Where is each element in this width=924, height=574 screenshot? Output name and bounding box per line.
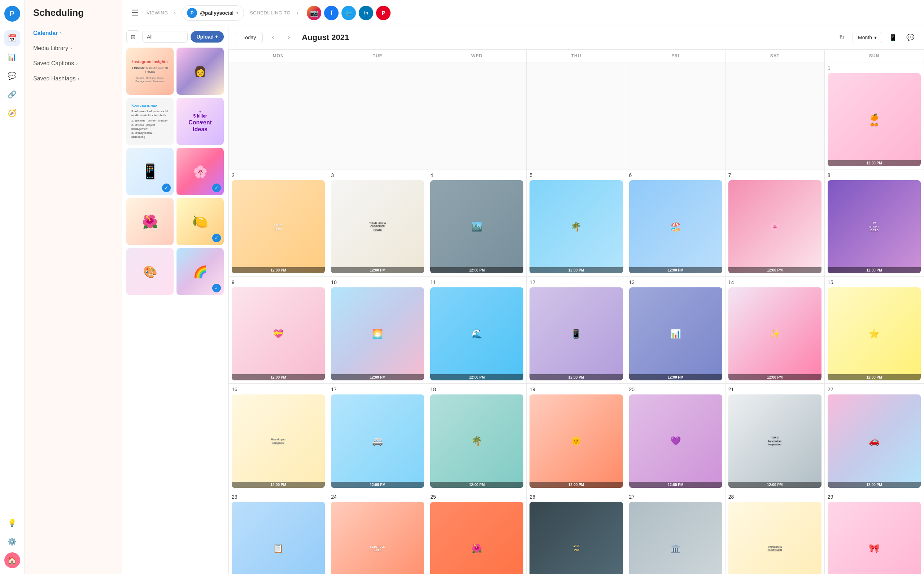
post-card[interactable]: 📱 12:00 PM — [530, 287, 623, 380]
media-item[interactable]: 🌺 — [126, 198, 174, 245]
nav-item-saved-captions[interactable]: Saved Captions › — [25, 56, 122, 71]
instagram-icon[interactable]: 📷 — [307, 6, 321, 20]
media-item[interactable]: Instagram Insights 4 INSIGHTS YOU NEED T… — [126, 47, 174, 95]
post-card[interactable]: How do youcompare? 12:00 PM — [232, 394, 325, 487]
post-card[interactable]: 🌴 12:00 PM — [530, 180, 623, 273]
upload-button[interactable]: Upload + — [191, 31, 224, 43]
cal-cell-aug18[interactable]: 18 🌴 12:00 PM — [427, 384, 527, 491]
twitter-icon[interactable]: 🐦 — [342, 6, 356, 20]
refresh-button[interactable]: ↻ — [835, 31, 848, 44]
cal-cell-jul28[interactable] — [427, 62, 527, 169]
post-card[interactable]: ✨ 12:00 PM — [728, 287, 821, 380]
cal-cell-aug5[interactable]: 5 🌴 12:00 PM — [527, 169, 626, 276]
nav-icon-settings[interactable]: ⚙️ — [4, 534, 20, 549]
cal-cell-aug12[interactable]: 12 📱 12:00 PM — [527, 276, 626, 384]
next-month-button[interactable]: › — [283, 32, 294, 43]
post-card[interactable]: 🎀 12:00 PM — [827, 502, 921, 574]
cal-cell-jul26[interactable] — [229, 62, 328, 169]
cal-cell-aug28[interactable]: 28 Think like aCUSTOMER 12:00 PM — [726, 491, 825, 574]
linkedin-icon[interactable]: in — [359, 6, 373, 20]
post-card[interactable]: 🌴 12:00 PM — [430, 394, 524, 487]
cal-cell-aug21[interactable]: 21 TOP 5for contentinspiration 12:00 PM — [726, 384, 825, 491]
media-item[interactable]: 👩 — [177, 47, 224, 95]
post-card[interactable]: 🚐 12:00 PM — [331, 394, 424, 487]
media-filter-select[interactable]: All Images Videos Stories — [142, 31, 188, 43]
post-card[interactable]: 🍊 🍊🍊 12:00 PM — [827, 73, 921, 166]
prev-month-button[interactable]: ‹ — [267, 32, 278, 43]
nav-icon-lightbulb[interactable]: 💡 — [4, 515, 20, 531]
cal-cell-aug15[interactable]: 15 ⭐ 12:00 PM — [825, 276, 924, 384]
cal-cell-jul29[interactable] — [527, 62, 626, 169]
cal-cell-jul31[interactable] — [726, 62, 825, 169]
post-card[interactable]: 🏙️ 12:00 PM — [430, 180, 524, 273]
cal-cell-aug19[interactable]: 19 🌞 12:00 PM — [527, 384, 626, 491]
post-card[interactable]: 🚗 12:00 PM — [827, 394, 921, 487]
nav-icon-message[interactable]: 💬 — [4, 68, 20, 84]
post-card[interactable]: 🌸 12:00 PM — [728, 180, 821, 273]
cal-cell-aug25[interactable]: 25 🌺 12:00 PM — [427, 491, 527, 574]
post-card[interactable]: 🌺 12:00 PM — [430, 502, 524, 574]
app-logo[interactable]: P — [4, 6, 20, 22]
media-item[interactable]: 🍋 ✓ — [177, 198, 224, 245]
cal-cell-jul27[interactable] — [328, 62, 427, 169]
media-item[interactable]: 📱 ✓ — [126, 148, 174, 195]
facebook-icon[interactable]: f — [324, 6, 339, 20]
post-card[interactable]: 📊 12:00 PM — [629, 287, 722, 380]
device-view-button[interactable]: 📱 — [886, 31, 899, 44]
cal-cell-aug8[interactable]: 8 10STORYIDEAS 12:00 PM — [825, 169, 924, 276]
media-item[interactable]: 🎨 — [126, 248, 174, 295]
media-item[interactable]: 🌈 ✓ — [177, 248, 224, 295]
cal-cell-aug4[interactable]: 4 🏙️ 12:00 PM — [427, 169, 527, 276]
pinterest-icon[interactable]: P — [376, 6, 391, 20]
cal-cell-aug16[interactable]: 16 How do youcompare? 12:00 PM — [229, 384, 328, 491]
cal-cell-aug1[interactable]: 1 🍊 🍊🍊 12:00 PM — [825, 62, 924, 169]
menu-button[interactable]: ☰ — [129, 6, 141, 20]
cal-cell-aug24[interactable]: 24 SLIDEROCKBIBLE 12:00 PM — [328, 491, 427, 574]
post-card[interactable]: 🌊 12:00 PM — [430, 287, 524, 380]
chat-button[interactable]: 💬 — [904, 31, 917, 44]
cal-cell-aug26[interactable]: 26 12:00PM 12:00 PM — [527, 491, 626, 574]
post-card[interactable]: 🌞 12:00 PM — [530, 394, 623, 487]
post-card[interactable]: TOP 5for contentinspiration 12:00 PM — [728, 394, 821, 487]
post-card[interactable]: 🌅 12:00 PM — [331, 287, 424, 380]
cal-cell-jul30[interactable] — [626, 62, 726, 169]
post-card[interactable]: ⭐ 12:00 PM — [827, 287, 921, 380]
cal-cell-aug13[interactable]: 13 📊 12:00 PM — [626, 276, 726, 384]
home-button[interactable]: 🏠 — [4, 552, 20, 568]
account-selector[interactable]: P @pallyysocial ▾ — [182, 5, 244, 20]
nav-item-calendar[interactable]: Calendar › — [25, 25, 122, 41]
post-card[interactable]: SLIDEROCKBIBLE 12:00 PM — [331, 502, 424, 574]
post-card[interactable]: 💜 12:00 PM — [629, 394, 722, 487]
cal-cell-aug6[interactable]: 6 🏖️ 12:00 PM — [626, 169, 726, 276]
grid-view-button[interactable]: ⊞ — [126, 30, 139, 43]
post-card[interactable]: THINK LIKE ACUSTOMERIdeas 12:00 PM — [331, 180, 424, 273]
nav-item-media-library[interactable]: Media Library › — [25, 41, 122, 56]
cal-cell-aug2[interactable]: 2 5 killerIdeas 12:00 PM — [229, 169, 328, 276]
cal-cell-aug9[interactable]: 9 💝 12:00 PM — [229, 276, 328, 384]
cal-cell-aug22[interactable]: 22 🚗 12:00 PM — [825, 384, 924, 491]
cal-cell-aug23[interactable]: 23 📋 12:00 PM — [229, 491, 328, 574]
cal-cell-aug17[interactable]: 17 🚐 12:00 PM — [328, 384, 427, 491]
nav-icon-compass[interactable]: 🧭 — [4, 105, 20, 121]
month-view-selector[interactable]: Month ▾ — [853, 32, 882, 43]
cal-cell-aug27[interactable]: 27 🏛️ 12:00 PM — [626, 491, 726, 574]
cal-cell-aug11[interactable]: 11 🌊 12:00 PM — [427, 276, 527, 384]
nav-icon-link[interactable]: 🔗 — [4, 87, 20, 102]
cal-cell-aug3[interactable]: 3 THINK LIKE ACUSTOMERIdeas 12:00 PM — [328, 169, 427, 276]
media-item[interactable]: ✦ 5 killerCon♥entIdeas — [177, 98, 224, 145]
cal-cell-aug20[interactable]: 20 💜 12:00 PM — [626, 384, 726, 491]
post-card[interactable]: 🏛️ 12:00 PM — [629, 502, 722, 574]
cal-cell-aug29[interactable]: 29 🎀 12:00 PM — [825, 491, 924, 574]
nav-icon-calendar[interactable]: 📅 — [4, 30, 20, 46]
nav-item-saved-hashtags[interactable]: Saved Hashtags › — [25, 71, 122, 86]
post-card[interactable]: 📋 12:00 PM — [232, 502, 325, 574]
cal-cell-aug14[interactable]: 14 ✨ 12:00 PM — [726, 276, 825, 384]
nav-icon-chart[interactable]: 📊 — [4, 49, 20, 65]
post-card[interactable]: Think like aCUSTOMER 12:00 PM — [728, 502, 821, 574]
post-card[interactable]: 5 killerIdeas 12:00 PM — [232, 180, 325, 273]
media-item[interactable]: 𝕏 Ale Ceaser, MBA 3 softwares that make … — [126, 98, 174, 145]
post-card[interactable]: 🏖️ 12:00 PM — [629, 180, 722, 273]
post-card[interactable]: 12:00PM 12:00 PM — [530, 502, 623, 574]
today-button[interactable]: Today — [236, 32, 263, 43]
cal-cell-aug7[interactable]: 7 🌸 12:00 PM — [726, 169, 825, 276]
